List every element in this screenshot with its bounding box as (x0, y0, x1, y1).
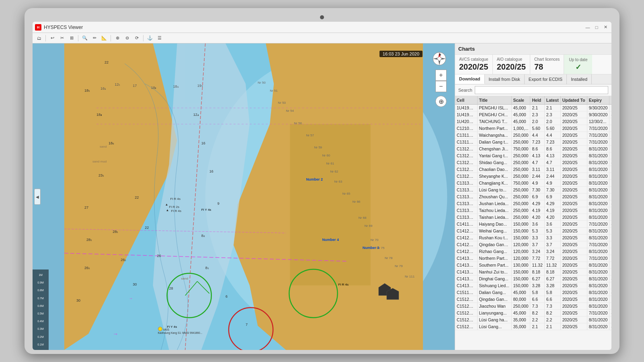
cell-16-3: 4.20 (530, 214, 544, 221)
cell-3-3: 5.60 (530, 125, 544, 132)
svg-text:22: 22 (145, 226, 149, 230)
cell-32-1: Lüsi Gang... (477, 323, 511, 330)
table-row[interactable]: C1313100Lüsi Gang to...250,0007.307.3020… (455, 187, 611, 193)
table-row[interactable]: C1312100Yantai Gang t...250,0004.134.132… (455, 152, 611, 159)
cell-28-4: 6.6 (544, 296, 560, 303)
table-row[interactable]: C1312000Chengshan Ji...750,0008.68.62020… (455, 146, 611, 152)
table-row[interactable]: 1U419233PENGHU CH...45,0002.32.32020/259… (455, 111, 611, 118)
cell-22-0: C1413110 (455, 255, 477, 262)
cell-18-4: 5.3 (544, 228, 560, 234)
table-row[interactable]: C1311900Dalian Gang t...250,0007.237.232… (455, 139, 611, 146)
close-button[interactable]: ✕ (602, 24, 609, 31)
toolbar-btn-8[interactable]: ⊕ (113, 34, 121, 42)
toolbar-btn-11[interactable]: ⚓ (146, 34, 154, 42)
search-input[interactable] (475, 86, 608, 94)
table-row[interactable]: C1412510Qingdao Gang...120,0003.73.72020… (455, 241, 611, 248)
table-row[interactable]: 1U419232PENGHU ISL...45,0002.12.12020/25… (455, 105, 611, 111)
cell-24-0: C1413500 (455, 269, 477, 276)
cell-16-4: 4.20 (544, 214, 560, 221)
svg-text:26₅: 26₅ (121, 258, 126, 262)
cell-32-0: C1512761 (455, 323, 477, 330)
tab-installed[interactable]: Installed (567, 74, 592, 84)
toolbar-btn-4[interactable]: ⊞ (68, 34, 76, 42)
licences-label: Chart licences (534, 57, 560, 62)
laptop-screen: H HYSPECS Viewer — □ ✕ 🗂 ↩ ✂ ⊞ 🔍 ✏ 📐 (33, 22, 611, 350)
toolbar-btn-3[interactable]: ✂ (58, 34, 66, 42)
table-row[interactable]: C1311300Waichangsha...250,0004.44.42020/… (455, 132, 611, 139)
table-row[interactable]: C1512351Jiaozhou Wan250,0007.37.32020/25… (455, 303, 611, 310)
table-row[interactable]: C1313700Taizhou Lieda...250,0004.194.192… (455, 207, 611, 214)
cell-18-2: 150,000 (511, 228, 530, 234)
location-button[interactable]: ⊕ (435, 96, 447, 107)
table-row[interactable]: C1511381Dalian Gang...45,0005.85.82020/2… (455, 289, 611, 296)
cell-3-2: 1,000,... (511, 125, 530, 132)
table-row[interactable]: 1U420242TAICHUNG T...45,0002.02.02020/25… (455, 118, 611, 125)
toolbar-btn-7[interactable]: 📐 (100, 34, 108, 42)
table-row[interactable]: C1313300Zhoushan Qu...250,0006.96.92020/… (455, 193, 611, 200)
table-row[interactable]: C1512761Lüsi Gang...35,0002.12.12020/258… (455, 323, 611, 330)
maximize-button[interactable]: □ (593, 24, 600, 31)
cell-26-2: 150,000 (511, 282, 530, 289)
table-row[interactable]: C1312500Chaolian Dao...250,0003.113.1120… (455, 166, 611, 173)
table-row[interactable]: C1411310Haiyang Dao...150,0003.63.62020/… (455, 221, 611, 228)
cell-1-0: 1U419233 (455, 111, 477, 118)
table-row[interactable]: C1312300Shidao Gang...250,0004.74.72020/… (455, 159, 611, 166)
minimize-button[interactable]: — (584, 24, 591, 31)
cell-4-0: C1311300 (455, 132, 477, 139)
zoom-out-button[interactable]: − (435, 81, 447, 92)
table-row[interactable]: C1512581Lianyungang...45,0008.28.22020/2… (455, 310, 611, 317)
licences-stat: Chart licences 78 (530, 55, 564, 74)
cell-11-2: 750,000 (511, 180, 530, 187)
cell-2-3: 2.0 (530, 118, 544, 125)
svg-text:Nr 61: Nr 61 (326, 162, 334, 165)
toolbar-btn-2[interactable]: ↩ (48, 34, 56, 42)
table-row[interactable]: C1412310Rushan Kou t...150,0003.33.32020… (455, 234, 611, 241)
tab-install-disk[interactable]: Install from Disk (485, 74, 525, 84)
tab-export-ecdis[interactable]: Export for ECDIS (525, 74, 567, 84)
toolbar-btn-9[interactable]: ⊖ (123, 34, 131, 42)
tab-download[interactable]: Download (455, 74, 485, 84)
cell-14-5: 2020/25 (560, 200, 587, 207)
table-row[interactable]: C1210011Northern Part...1,000,...5.605.6… (455, 125, 611, 132)
svg-text:Nr 62: Nr 62 (330, 170, 338, 173)
zoom-in-button[interactable]: + (435, 70, 447, 81)
cell-20-6: 7/31/2020 (587, 241, 609, 248)
table-row[interactable]: C1313000Changjiang K...750,0004.94.92020… (455, 180, 611, 187)
table-row[interactable]: C1413500Nanhui Zui to...150,0008.188.182… (455, 269, 611, 276)
cell-9-1: Chaolian Dao... (477, 166, 511, 173)
table-row[interactable]: C1312900Sheyanghe K...250,0002.442.44202… (455, 173, 611, 180)
table-row[interactable]: C1313900Taishan Lieda...250,0004.204.202… (455, 214, 611, 221)
cell-11-1: Changjiang K... (477, 180, 511, 187)
table-row[interactable]: C1413940Sishuang Lied...150,0003.283.282… (455, 282, 611, 289)
table-row[interactable]: C1413170Southern Part...130,00011.3211.3… (455, 262, 611, 269)
table-row[interactable]: C1412570Rizhao Gang...120,0003.243.24202… (455, 248, 611, 255)
cell-27-2: 45,000 (511, 289, 530, 296)
cell-1-1: PENGHU CH... (477, 111, 511, 118)
collapse-panel-button[interactable]: ◀ (34, 189, 41, 205)
svg-text:→: → (113, 331, 118, 337)
toolbar-btn-1[interactable]: 🗂 (35, 34, 43, 42)
table-row[interactable]: C1413510Dinghai Gang...150,0006.276.2720… (455, 276, 611, 282)
table-row[interactable]: C1413110Northern Part...120,0007.727.722… (455, 255, 611, 262)
cell-9-4: 3.11 (544, 166, 560, 173)
zoom-controls: + − (435, 70, 447, 92)
table-row[interactable]: C1512339Qingdao Gan...80,0006.66.62020/2… (455, 296, 611, 303)
toolbar-btn-6[interactable]: ✏ (90, 34, 98, 42)
svg-text:Kaohsiung Kang S1: MMSI 994166: Kaohsiung Kang S1: MMSI 9941660... (158, 331, 202, 335)
cell-16-0: C1313900 (455, 214, 477, 221)
toolbar-btn-10[interactable]: ⟳ (133, 34, 141, 42)
cell-2-7: 12/30/... (609, 118, 611, 125)
toolbar-btn-5[interactable]: 🔍 (81, 34, 89, 42)
svg-text:Fl R 4s: Fl R 4s (170, 197, 180, 201)
cell-17-5: 2020/25 (560, 221, 587, 228)
toolbar-btn-12[interactable]: ☰ (156, 34, 164, 42)
cell-31-6: 8/31/2020 (587, 317, 609, 323)
cell-0-4: 2.1 (544, 105, 560, 111)
cell-2-6: 12/30/2... (587, 118, 609, 125)
table-row[interactable]: C1412110Weihai Gang...150,0005.35.32020/… (455, 228, 611, 234)
table-row[interactable]: C1313500Jiushan Lieda...250,0004.294.292… (455, 200, 611, 207)
map-area[interactable]: 22 18₅ 18₃ 18₆ 23₅ 27 28₅ 26₅ 30 28₅ 26₅… (33, 43, 455, 350)
table-row[interactable]: C1512751Lüsi Gang ha...35,0002.22.22020/… (455, 317, 611, 323)
charts-table-container[interactable]: Cell Title Scale Held Latest Updated To … (455, 96, 611, 350)
cell-11-7: 3/19/2... (609, 180, 611, 187)
